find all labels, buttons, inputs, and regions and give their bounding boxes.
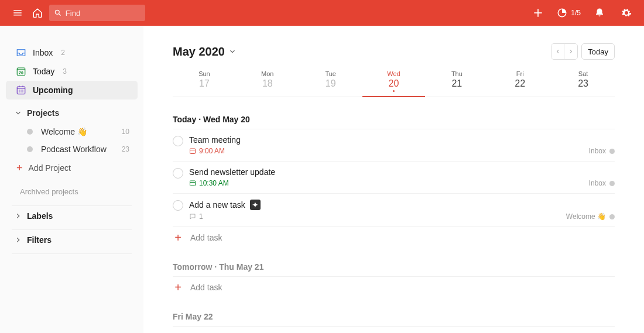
settings-button[interactable] bbox=[618, 5, 635, 21]
month-picker[interactable]: May 2020 bbox=[173, 45, 237, 59]
chevron-left-icon bbox=[554, 48, 561, 55]
calendar-icon bbox=[189, 147, 196, 155]
day-col-mon[interactable]: Mon 18 bbox=[236, 70, 299, 97]
task-title: Send newsletter update bbox=[189, 167, 615, 177]
task-checkbox[interactable] bbox=[173, 136, 183, 146]
section-heading-today: Today ‧ Wed May 20 bbox=[173, 115, 615, 124]
menu-button[interactable] bbox=[9, 5, 26, 21]
bell-icon bbox=[594, 8, 605, 18]
flag-icon: ✦ bbox=[250, 200, 261, 210]
sidebar-item-inbox[interactable]: Inbox 2 bbox=[6, 43, 138, 62]
today-dot bbox=[393, 90, 395, 92]
home-button[interactable] bbox=[29, 5, 46, 21]
project-bullet-icon bbox=[609, 214, 615, 219]
search-box[interactable] bbox=[49, 5, 145, 21]
task-comments: 1 bbox=[189, 212, 615, 221]
task-list-today: Team meeting 9:00 AM Inbox bbox=[173, 129, 615, 248]
today-button[interactable]: Today bbox=[581, 43, 615, 60]
task-item[interactable]: Add a new task ✦ 1 Welcome 👋 bbox=[173, 194, 615, 227]
project-bullet bbox=[27, 146, 33, 152]
productivity-text: 1/5 bbox=[571, 9, 581, 17]
task-project-tag[interactable]: Inbox bbox=[589, 179, 615, 187]
prev-week-button[interactable] bbox=[551, 44, 564, 59]
task-item[interactable]: Send newsletter update 10:30 AM Inbox bbox=[173, 162, 615, 194]
topbar: 1/5 bbox=[0, 0, 644, 26]
day-name: Tue bbox=[299, 70, 362, 77]
chevron-down-icon bbox=[228, 47, 237, 56]
week-pager bbox=[551, 43, 578, 60]
task-schedule: 10:30 AM bbox=[189, 179, 615, 187]
chevron-down-icon bbox=[14, 109, 22, 117]
add-task-button[interactable]: + Add task bbox=[173, 327, 615, 333]
calendar-icon bbox=[189, 180, 196, 187]
chevron-right-icon bbox=[567, 48, 574, 55]
project-item-podcast[interactable]: Podcast Workflow 23 bbox=[6, 140, 138, 158]
project-item-welcome[interactable]: Welcome 👋 10 bbox=[6, 123, 138, 140]
project-count: 10 bbox=[122, 128, 129, 136]
labels-section-header[interactable]: Labels bbox=[6, 206, 138, 226]
sidebar: Inbox 2 20 Today 3 Upcoming Projects Wel… bbox=[0, 26, 143, 333]
task-title: Team meeting bbox=[189, 135, 615, 145]
chevron-right-icon bbox=[14, 212, 22, 220]
day-col-sat[interactable]: Sat 23 bbox=[551, 70, 615, 97]
menu-icon bbox=[12, 8, 23, 18]
next-week-button[interactable] bbox=[564, 44, 577, 59]
day-name: Thu bbox=[425, 70, 488, 77]
task-checkbox[interactable] bbox=[173, 168, 183, 178]
task-list-tomorrow: + Add task bbox=[173, 276, 615, 298]
filters-section-header[interactable]: Filters bbox=[6, 230, 138, 250]
add-task-label: Add task bbox=[190, 283, 222, 292]
project-bullet-icon bbox=[609, 181, 615, 186]
comment-count: 1 bbox=[199, 212, 203, 221]
productivity-button[interactable]: 1/5 bbox=[557, 8, 581, 18]
day-col-fri[interactable]: Fri 22 bbox=[488, 70, 551, 97]
add-task-button[interactable]: + Add task bbox=[173, 227, 615, 248]
svg-rect-5 bbox=[190, 149, 196, 154]
task-project-tag[interactable]: Inbox bbox=[589, 147, 615, 155]
add-project-button[interactable]: + Add Project bbox=[6, 159, 138, 177]
task-list-friday: + Add task bbox=[173, 326, 615, 333]
home-icon bbox=[32, 8, 43, 18]
today-button-label: Today bbox=[588, 47, 608, 56]
upcoming-icon bbox=[15, 84, 27, 96]
task-tag-label: Inbox bbox=[589, 179, 606, 187]
day-name: Fri bbox=[488, 70, 551, 77]
search-input[interactable] bbox=[66, 9, 141, 18]
day-num: 17 bbox=[173, 78, 236, 89]
day-num: 21 bbox=[425, 78, 488, 89]
day-col-tue[interactable]: Tue 19 bbox=[299, 70, 362, 97]
day-name: Sun bbox=[173, 70, 236, 77]
search-icon bbox=[54, 8, 62, 18]
today-icon: 20 bbox=[15, 66, 27, 77]
plus-icon: + bbox=[16, 164, 23, 172]
comment-icon bbox=[189, 213, 196, 220]
divider bbox=[12, 253, 132, 254]
task-title: Add a new task ✦ bbox=[189, 200, 615, 210]
section-heading-tomorrow: Tomorrow ‧ Thu May 21 bbox=[173, 262, 615, 272]
task-time: 10:30 AM bbox=[199, 179, 229, 187]
sidebar-item-upcoming[interactable]: Upcoming bbox=[6, 81, 138, 99]
day-col-wed[interactable]: Wed 20 bbox=[362, 70, 426, 97]
week-strip: Sun 17 Mon 18 Tue 19 Wed 20 Thu 21 Fri bbox=[173, 70, 615, 97]
task-title-text: Add a new task bbox=[189, 200, 245, 210]
projects-section-header[interactable]: Projects bbox=[6, 103, 138, 123]
notifications-button[interactable] bbox=[591, 5, 608, 21]
day-col-thu[interactable]: Thu 21 bbox=[425, 70, 488, 97]
task-checkbox[interactable] bbox=[173, 200, 183, 211]
project-count: 23 bbox=[122, 145, 129, 153]
task-item[interactable]: Team meeting 9:00 AM Inbox bbox=[173, 129, 615, 162]
quick-add-button[interactable] bbox=[530, 5, 546, 21]
plus-icon: + bbox=[173, 283, 183, 291]
task-project-tag[interactable]: Welcome 👋 bbox=[566, 212, 615, 221]
inbox-count: 2 bbox=[61, 49, 65, 57]
add-task-button[interactable]: + Add task bbox=[173, 277, 615, 298]
day-col-sun[interactable]: Sun 17 bbox=[173, 70, 236, 97]
today-label: Today bbox=[33, 67, 54, 76]
task-schedule: 9:00 AM bbox=[189, 147, 615, 155]
sidebar-item-today[interactable]: 20 Today 3 bbox=[6, 62, 138, 81]
upcoming-label: Upcoming bbox=[33, 85, 73, 95]
day-name: Sat bbox=[551, 70, 615, 77]
archived-projects-link[interactable]: Archived projects bbox=[0, 177, 143, 202]
day-num: 22 bbox=[488, 78, 551, 89]
task-tag-label: Welcome 👋 bbox=[566, 212, 606, 221]
